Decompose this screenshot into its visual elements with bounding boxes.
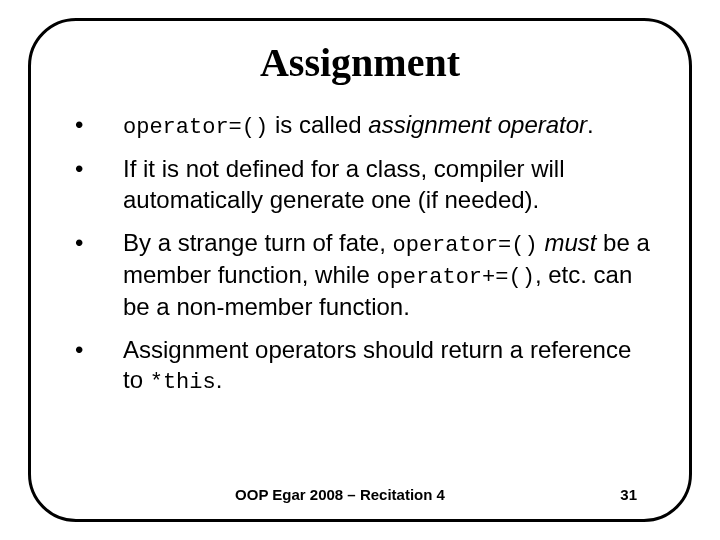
footer-text: OOP Egar 2008 – Recitation 4 (31, 486, 597, 503)
bullet-item: operator=() is called assignment operato… (69, 110, 651, 142)
text: If it is not defined for a class, compil… (123, 155, 565, 213)
bullet-item: By a strange turn of fate, operator=() m… (69, 228, 651, 323)
slide-title: Assignment (69, 39, 651, 86)
slide-footer: OOP Egar 2008 – Recitation 4 31 (31, 486, 689, 503)
page-number: 31 (597, 486, 637, 503)
text: . (216, 366, 223, 393)
code-span: operator=() (392, 233, 537, 258)
bullet-item: If it is not defined for a class, compil… (69, 154, 651, 215)
text: . (587, 111, 594, 138)
italic-text: must (544, 229, 596, 256)
code-span: operator=() (123, 115, 268, 140)
code-span: operator+=() (376, 265, 534, 290)
slide-frame: Assignment operator=() is called assignm… (28, 18, 692, 522)
code-span: *this (150, 370, 216, 395)
bullet-list: operator=() is called assignment operato… (69, 110, 651, 398)
text: is called (268, 111, 368, 138)
bullet-item: Assignment operators should return a ref… (69, 335, 651, 398)
italic-text: assignment operator (368, 111, 587, 138)
text: By a strange turn of fate, (123, 229, 392, 256)
